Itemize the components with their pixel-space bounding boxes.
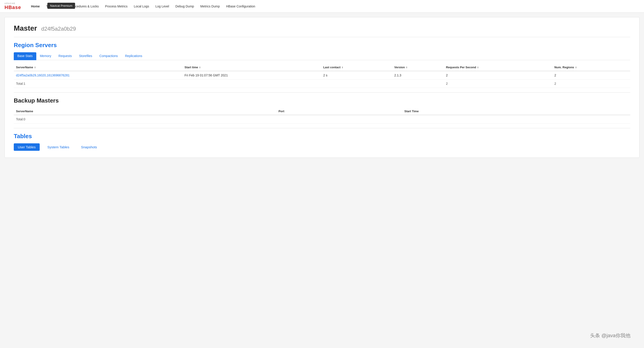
tables-section-title: Tables: [14, 133, 630, 140]
rs-col-requests-per-second[interactable]: Requests Per Second⇕: [444, 64, 552, 71]
bm-col-start-time: Start Time: [402, 108, 630, 115]
region-servers-title: Region Servers: [14, 42, 630, 49]
tables-section: Tables User TablesSystem TablesSnapshots: [14, 133, 630, 151]
main-content: Master d24f5a2a0b29 Region Servers Base …: [4, 17, 640, 158]
rs-server-name-link[interactable]: d24f5a2a0b29,16020,1613696876281: [16, 73, 70, 77]
divider-2: [14, 92, 630, 93]
region-servers-section: Region Servers Base StatsMemoryRequestsS…: [14, 42, 630, 88]
nav-link-log-level[interactable]: Log Level: [152, 0, 172, 13]
rs-col-servername[interactable]: ServerName⇕: [14, 64, 182, 71]
rs-total-row: Total:122: [14, 79, 630, 88]
bm-col-port: Port: [276, 108, 402, 115]
rs-col-num.-regions[interactable]: Num. Regions⇕: [552, 64, 630, 71]
nav-link-metrics-dump[interactable]: Metrics Dump: [197, 0, 223, 13]
nav-link-hbase-configuration[interactable]: HBase Configuration: [223, 0, 258, 13]
rs-total-cell-1: [182, 79, 321, 88]
rs-cell-4: 2: [552, 71, 630, 79]
region-servers-table: ServerName⇕Start time⇕Last contact⇕Versi…: [14, 64, 630, 88]
rs-cell-0: Fri Feb 19 01:07:56 GMT 2021: [182, 71, 321, 79]
rs-cell-2: 2.1.3: [392, 71, 444, 79]
navicat-tooltip: Navicat Premium: [47, 3, 75, 9]
backup-masters-title: Backup Masters: [14, 97, 630, 104]
rs-col-last-contact[interactable]: Last contact⇕: [321, 64, 392, 71]
divider-1: [14, 37, 630, 37]
bm-col-servername: ServerName: [14, 108, 276, 115]
master-heading: Master d24f5a2a0b29: [14, 24, 630, 32]
logo-hbase-text: HBase: [4, 4, 21, 10]
navbar: APACHE HBase HomeTable DetailsProcedures…: [0, 0, 644, 13]
divider-3: [14, 128, 630, 128]
logo-apache-text: APACHE: [4, 2, 21, 4]
nav-link-process-metrics[interactable]: Process Metrics: [102, 0, 131, 13]
backup-masters-total-row: Total:0: [14, 115, 630, 123]
master-section: Master d24f5a2a0b29: [14, 24, 630, 32]
logo: APACHE HBase: [4, 2, 21, 10]
rs-tab-compactions[interactable]: Compactions: [96, 52, 122, 60]
tables-tab-bar: User TablesSystem TablesSnapshots: [14, 143, 630, 151]
rs-server-name: d24f5a2a0b29,16020,1613696876281: [14, 71, 182, 79]
rs-total-cell-4: 2: [444, 79, 552, 88]
rs-cell-3: 2: [444, 71, 552, 79]
rs-table-row: d24f5a2a0b29,16020,1613696876281Fri Feb …: [14, 71, 630, 79]
master-id: d24f5a2a0b29: [41, 26, 76, 32]
nav-link-home[interactable]: Home: [28, 0, 43, 13]
backup-masters-total-label: Total:0: [14, 115, 276, 123]
rs-tab-requests[interactable]: Requests: [55, 52, 75, 60]
tables-tab-user-tables[interactable]: User Tables: [14, 143, 40, 151]
rs-total-cell-0: Total:1: [14, 79, 182, 88]
rs-col-version[interactable]: Version⇕: [392, 64, 444, 71]
rs-col-start-time[interactable]: Start time⇕: [182, 64, 321, 71]
backup-masters-table: ServerNamePortStart Time Total:0: [14, 108, 630, 123]
tables-tab-snapshots[interactable]: Snapshots: [77, 143, 101, 151]
nav-link-debug-dump[interactable]: Debug Dump: [172, 0, 197, 13]
rs-total-cell-5: 2: [552, 79, 630, 88]
rs-cell-1: 2 s: [321, 71, 392, 79]
rs-tab-storefiles[interactable]: Storefiles: [75, 52, 96, 60]
backup-masters-section: Backup Masters ServerNamePortStart Time …: [14, 97, 630, 123]
rs-tab-replications[interactable]: Replications: [121, 52, 146, 60]
tables-tab-system-tables[interactable]: System Tables: [43, 143, 73, 151]
rs-total-cell-3: [392, 79, 444, 88]
rs-total-cell-2: [321, 79, 392, 88]
nav-link-local-logs[interactable]: Local Logs: [130, 0, 152, 13]
region-servers-tab-bar: Base StatsMemoryRequestsStorefilesCompac…: [14, 52, 630, 60]
rs-tab-base-stats[interactable]: Base Stats: [14, 52, 36, 60]
rs-tab-memory[interactable]: Memory: [36, 52, 55, 60]
